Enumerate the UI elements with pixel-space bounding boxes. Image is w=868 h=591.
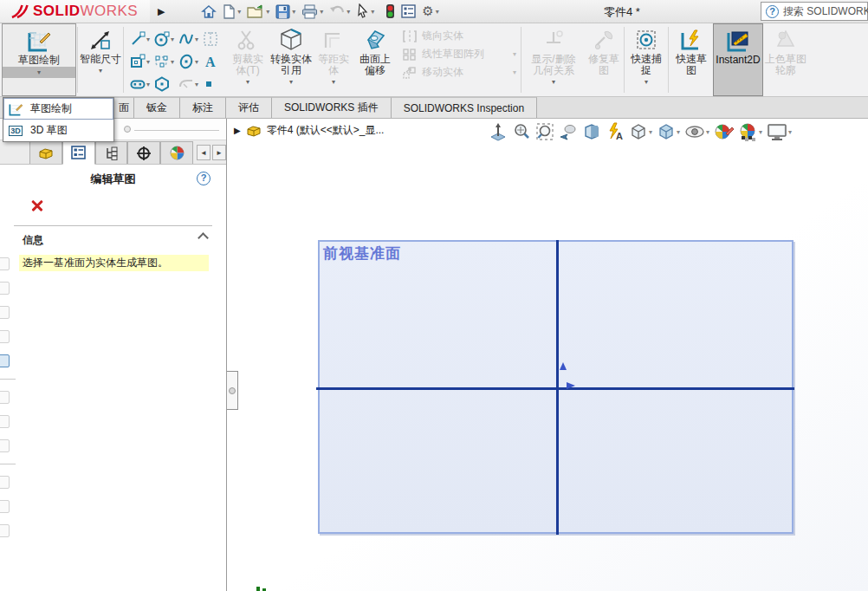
- help-icon[interactable]: ?: [197, 172, 211, 185]
- tab-configurationmanager[interactable]: [95, 141, 128, 164]
- mirror-entities-tool[interactable]: [203, 28, 223, 50]
- tab-sheet-metal[interactable]: 钣金: [134, 97, 180, 118]
- filter-input[interactable]: [134, 130, 219, 131]
- print-dropdown-icon[interactable]: ▾: [320, 8, 323, 16]
- sketch-axis-horizontal[interactable]: [316, 387, 794, 390]
- smart-dimension-button[interactable]: 智能尺寸 ▾: [79, 23, 122, 96]
- panel-splitter-handle[interactable]: [227, 371, 238, 410]
- feature-tool-icon[interactable]: [0, 391, 10, 404]
- circle-dropdown-icon[interactable]: ▾: [171, 36, 174, 43]
- feature-tool-icon-active[interactable]: [0, 354, 10, 367]
- cancel-button[interactable]: [29, 198, 45, 213]
- open-button[interactable]: ▾: [244, 3, 272, 21]
- apply-scene-button[interactable]: ▾: [737, 121, 763, 142]
- section-view-button[interactable]: [581, 121, 602, 142]
- quick-snaps-dropdown-icon[interactable]: ▾: [645, 76, 648, 88]
- undo-dropdown-icon[interactable]: ▾: [347, 8, 350, 16]
- rectangle-dropdown-icon[interactable]: ▾: [146, 58, 150, 66]
- file-properties-button[interactable]: [398, 3, 418, 20]
- linear-pattern-dropdown-icon[interactable]: ▾: [513, 50, 516, 58]
- smart-dimension-dropdown-icon[interactable]: ▾: [99, 65, 102, 76]
- select-dropdown-icon[interactable]: ▾: [371, 8, 374, 16]
- annotation-views-button[interactable]: A: [605, 121, 625, 142]
- feature-tool-icon[interactable]: [0, 306, 10, 319]
- quick-snaps-button[interactable]: 快速捕捉 ▾: [625, 23, 667, 96]
- instant2d-button[interactable]: Instant2D: [713, 23, 763, 96]
- save-button[interactable]: ▾: [273, 3, 298, 21]
- toolbar-flyout-icon[interactable]: ▶: [150, 6, 172, 17]
- mirror-entities-button[interactable]: 镜向实体: [402, 29, 516, 43]
- apply-scene-dropdown-icon[interactable]: ▾: [759, 128, 762, 136]
- ellipse-dropdown-icon[interactable]: ▾: [195, 58, 198, 66]
- scroll-right-icon[interactable]: ►: [212, 145, 226, 160]
- normal-to-button[interactable]: [488, 121, 508, 142]
- offset-entities-button[interactable]: 等距实体 ▾: [314, 23, 353, 96]
- perimeter-circle-dropdown-icon[interactable]: ▾: [171, 58, 174, 66]
- fillet-tool[interactable]: ▾: [178, 73, 203, 95]
- tab-solidworks-inspection[interactable]: SOLIDWORKS Inspection: [392, 97, 537, 118]
- options-button[interactable]: ⚙ ▾: [419, 3, 441, 20]
- move-entities-button[interactable]: 移动实体 ▾: [402, 65, 516, 80]
- rectangle-tool[interactable]: ▾: [130, 50, 154, 73]
- display-style-dropdown-icon[interactable]: ▾: [677, 128, 680, 136]
- zoom-to-fit-button[interactable]: [511, 121, 532, 142]
- trim-entities-button[interactable]: 剪裁实体(T) ▾: [227, 23, 269, 96]
- new-document-button[interactable]: ▾: [220, 3, 243, 21]
- tab-propertymanager[interactable]: [62, 140, 95, 165]
- sketch-dropdown-icon[interactable]: ▾: [3, 67, 75, 78]
- collapse-chevron-icon[interactable]: [198, 232, 209, 244]
- rebuild-button[interactable]: [383, 2, 398, 21]
- menu-item-sketch[interactable]: 草图绘制: [3, 98, 113, 120]
- menu-item-3d-sketch[interactable]: 3D 3D 草图: [3, 120, 113, 141]
- relations-dropdown-icon[interactable]: ▾: [552, 76, 555, 88]
- trim-dropdown-icon[interactable]: ▾: [246, 76, 249, 88]
- view-orientation-dropdown-icon[interactable]: ▾: [649, 128, 652, 136]
- spline-dropdown-icon[interactable]: ▾: [195, 36, 198, 43]
- tab-annotations[interactable]: 标注: [180, 97, 226, 118]
- tab-featuremanager[interactable]: [29, 141, 62, 164]
- tab-solidworks-addins[interactable]: SOLIDWORKS 插件: [272, 97, 392, 118]
- line-tool[interactable]: ▾: [130, 28, 154, 50]
- fillet-dropdown-icon[interactable]: ▾: [195, 81, 198, 88]
- feature-tool-icon[interactable]: [0, 282, 10, 295]
- text-tool[interactable]: A: [203, 50, 223, 73]
- feature-tree-flyout[interactable]: ▶ 零件4 (默认<<默认>_显...: [234, 123, 384, 138]
- scroll-left-icon[interactable]: ◄: [197, 145, 211, 160]
- shaded-contours-button[interactable]: 上色草图轮廓: [763, 23, 808, 96]
- sketch-button[interactable]: 草图绘制 ▾: [2, 23, 76, 96]
- hide-show-dropdown-icon[interactable]: ▾: [706, 128, 709, 136]
- offset-dropdown-icon[interactable]: ▾: [332, 76, 335, 88]
- convert-entities-button[interactable]: 转换实体引用 ▾: [269, 23, 314, 96]
- tree-expand-icon[interactable]: ▶: [234, 126, 241, 135]
- open-dropdown-icon[interactable]: ▾: [266, 8, 269, 16]
- feature-tool-icon[interactable]: [0, 415, 10, 428]
- feature-tool-icon[interactable]: [0, 524, 10, 537]
- sketch-axis-vertical[interactable]: [556, 240, 559, 535]
- linear-pattern-button[interactable]: 线性草图阵列 ▾: [402, 47, 516, 62]
- print-button[interactable]: ▾: [299, 3, 326, 21]
- spline-tool[interactable]: ▾: [178, 28, 203, 50]
- previous-view-button[interactable]: [558, 121, 579, 142]
- convert-dropdown-icon[interactable]: ▾: [289, 76, 293, 88]
- home-button[interactable]: [198, 3, 219, 21]
- tab-surfaces-partial[interactable]: 面: [113, 97, 134, 118]
- view-orientation-button[interactable]: ▾: [628, 121, 653, 142]
- splitter-collapse-icon[interactable]: [229, 387, 236, 394]
- edit-appearance-button[interactable]: [713, 121, 735, 142]
- line-dropdown-icon[interactable]: ▾: [146, 36, 150, 43]
- feature-tool-icon[interactable]: [0, 439, 10, 452]
- slot-dropdown-icon[interactable]: ▾: [146, 81, 150, 88]
- zoom-to-area-button[interactable]: [534, 121, 555, 142]
- view-settings-button[interactable]: ▾: [766, 121, 793, 142]
- options-dropdown-icon[interactable]: ▾: [436, 8, 439, 16]
- circle-tool[interactable]: ▾: [154, 28, 178, 50]
- offset-on-surface-button[interactable]: 曲面上偏移: [353, 23, 397, 96]
- hide-show-items-button[interactable]: ▾: [683, 121, 710, 142]
- feature-tool-icon[interactable]: [0, 330, 10, 343]
- ellipse-tool[interactable]: ▾: [178, 50, 203, 73]
- tab-evaluate[interactable]: 评估: [226, 97, 272, 118]
- graphics-viewport[interactable]: ▶ 零件4 (默认<<默认>_显... A ▾ ▾ ▾ ▾ ▾ 前视基准: [228, 119, 868, 591]
- view-settings-dropdown-icon[interactable]: ▾: [788, 128, 792, 136]
- slot-tool[interactable]: ▾: [130, 73, 154, 95]
- perimeter-circle-tool[interactable]: ▾: [154, 50, 178, 73]
